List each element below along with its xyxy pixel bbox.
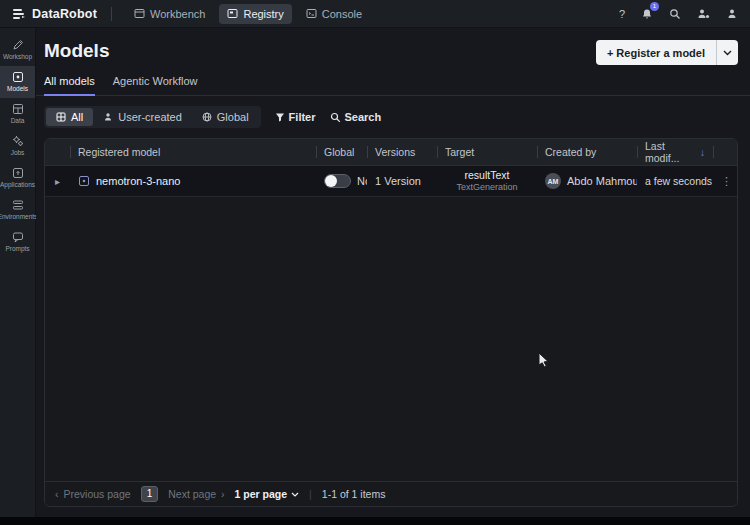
- nav-registry[interactable]: Registry: [219, 4, 291, 24]
- tab-agentic-workflow[interactable]: Agentic Workflow: [113, 75, 198, 95]
- help-icon[interactable]: ?: [619, 8, 625, 20]
- datarobot-logo-icon: [12, 7, 26, 21]
- workbench-icon: [134, 8, 145, 19]
- pagination-bar: ‹ Previous page 1 Next page › 1 per page…: [45, 481, 737, 506]
- page-title: Models: [44, 40, 109, 62]
- previous-page-button[interactable]: ‹ Previous page: [55, 488, 131, 500]
- row-created-by-cell: AM Abdo Mahmoud: [537, 173, 637, 189]
- model-name-link[interactable]: nemotron-3-nano: [96, 175, 180, 187]
- nav-registry-label: Registry: [243, 8, 283, 20]
- row-global-cell: No: [316, 174, 367, 188]
- sidebar-item-label: Environments: [0, 213, 37, 220]
- tab-bar: All models Agentic Workflow: [36, 75, 750, 96]
- register-model-split-button: + Register a model: [596, 40, 738, 65]
- filter-icon: [275, 112, 285, 122]
- row-last-modified-cell: a few seconds ago: [637, 175, 713, 187]
- search-icon[interactable]: [669, 8, 681, 20]
- sidebar-item-workshop[interactable]: Workshop: [0, 34, 35, 66]
- segment-all[interactable]: All: [46, 108, 93, 126]
- main-content: Models + Register a model All models Age…: [36, 28, 750, 517]
- chevron-right-icon: ›: [221, 488, 225, 500]
- column-header-last-modified[interactable]: Last modif... ↓: [637, 139, 713, 165]
- notification-badge: 1: [650, 2, 659, 11]
- page-header: Models + Register a model: [44, 40, 738, 65]
- segment-user-created[interactable]: User-created: [93, 108, 192, 126]
- per-page-select[interactable]: 1 per page: [235, 488, 300, 500]
- person-icon: [103, 112, 113, 122]
- sort-desc-icon[interactable]: ↓: [700, 147, 705, 158]
- console-icon: [306, 8, 317, 19]
- filter-toolbar: All User-created Global Filter Search: [44, 106, 738, 128]
- sidebar-item-data[interactable]: Data: [0, 98, 35, 130]
- items-summary: 1-1 of 1 items: [322, 488, 386, 500]
- chevron-down-icon: [291, 492, 299, 497]
- sidebar-item-label: Workshop: [3, 53, 32, 60]
- user-management-icon[interactable]: [697, 8, 710, 20]
- datarobot-logo[interactable]: DataRobot: [12, 7, 97, 21]
- scope-segmented-control: All User-created Global: [44, 106, 261, 128]
- sidebar-item-applications[interactable]: Applications: [0, 162, 35, 194]
- row-target-cell: resultText TextGeneration: [437, 170, 537, 192]
- user-icon[interactable]: [726, 8, 738, 20]
- prompts-icon: [12, 231, 24, 243]
- sidebar-item-label: Data: [11, 117, 25, 124]
- pagination-divider: |: [309, 488, 312, 500]
- table-empty-area: [45, 197, 737, 481]
- column-header-versions[interactable]: Versions: [367, 139, 437, 165]
- tab-all-models[interactable]: All models: [44, 75, 95, 96]
- row-versions-cell: 1 Version: [367, 175, 437, 187]
- nav-workbench[interactable]: Workbench: [126, 4, 213, 24]
- global-toggle-label: No: [357, 175, 367, 187]
- nav-console[interactable]: Console: [298, 4, 370, 24]
- chevron-right-icon[interactable]: ▸: [55, 176, 60, 187]
- chevron-left-icon: ‹: [55, 488, 59, 500]
- filter-button-label: Filter: [289, 111, 316, 123]
- register-model-button[interactable]: + Register a model: [596, 40, 716, 65]
- row-model-cell: nemotron-3-nano: [70, 175, 316, 187]
- search-button[interactable]: Search: [330, 111, 382, 123]
- topbar-actions: ? 1: [619, 8, 738, 20]
- segment-label: User-created: [118, 111, 182, 123]
- column-header-global[interactable]: Global: [316, 139, 367, 165]
- search-icon: [330, 112, 341, 123]
- next-page-button[interactable]: Next page ›: [168, 488, 224, 500]
- register-model-caret-button[interactable]: [716, 40, 738, 65]
- target-name: resultText: [465, 170, 510, 181]
- data-icon: [12, 103, 24, 115]
- per-page-label: 1 per page: [235, 488, 288, 500]
- workshop-icon: [12, 39, 24, 51]
- notifications-icon[interactable]: 1: [641, 8, 653, 20]
- column-header-label: Last modif...: [645, 140, 696, 164]
- filter-button[interactable]: Filter: [275, 111, 316, 123]
- created-by-name: Abdo Mahmoud: [567, 175, 637, 187]
- segment-global[interactable]: Global: [192, 108, 259, 126]
- sidebar-item-models[interactable]: Models: [0, 66, 35, 98]
- globe-icon: [202, 112, 212, 122]
- sidebar-item-prompts[interactable]: Prompts: [0, 226, 35, 258]
- search-button-label: Search: [345, 111, 382, 123]
- top-bar: DataRobot Workbench Registry Console ? 1: [0, 0, 750, 28]
- chevron-down-icon: [723, 50, 732, 56]
- sidebar-item-label: Jobs: [11, 149, 25, 156]
- sidebar-item-jobs[interactable]: Jobs: [0, 130, 35, 162]
- registry-icon: [227, 8, 238, 19]
- column-header-registered-model[interactable]: Registered model: [70, 139, 316, 165]
- table-row[interactable]: ▸ nemotron-3-nano No 1 Version resultTex…: [45, 166, 737, 197]
- row-expand-cell: ▸: [45, 176, 70, 187]
- kebab-menu-icon[interactable]: ⋮: [721, 175, 732, 188]
- avatar: AM: [545, 173, 561, 189]
- row-actions-cell: ⋮: [713, 175, 737, 188]
- global-toggle[interactable]: [324, 174, 351, 188]
- models-table-panel: Registered model Global Versions Target …: [44, 138, 738, 507]
- jobs-icon: [12, 135, 24, 147]
- current-page-indicator[interactable]: 1: [141, 486, 159, 502]
- column-header-created-by[interactable]: Created by: [537, 139, 637, 165]
- applications-icon: [12, 167, 24, 179]
- sidebar-item-environments[interactable]: Environments: [0, 194, 35, 226]
- brand-name: DataRobot: [32, 7, 97, 21]
- header-actions-spacer: [713, 139, 737, 165]
- column-header-target[interactable]: Target: [437, 139, 537, 165]
- header-expand-spacer: [45, 139, 70, 165]
- sidebar-item-label: Models: [7, 85, 28, 92]
- segment-label: All: [71, 111, 83, 123]
